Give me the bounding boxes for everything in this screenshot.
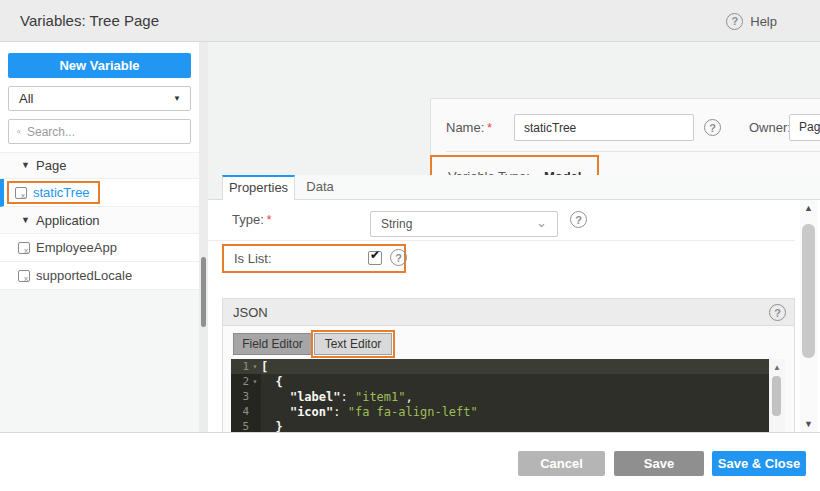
line-number: 1 [231,360,249,373]
json-title: JSON [233,299,268,326]
editor-mode-toggle: Field Editor Text Editor [233,330,395,358]
tree-item-label: staticTree [33,185,90,200]
save-button[interactable]: Save [614,451,704,476]
required-star: * [487,121,492,135]
code-area[interactable]: 1 ▾ [ 2 ▾ { 3 "label": "item1", 4 [231,359,769,432]
scroll-up-icon[interactable]: ▲ [769,363,785,372]
tree-group-label: Page [36,158,66,173]
form-divider [446,151,820,152]
code-text: "icon": "fa fa-align-left" [261,405,478,419]
scroll-up-icon[interactable]: ▲ [800,203,817,213]
tree-item-statictree[interactable]: x staticTree [0,179,199,207]
tab-properties[interactable]: Properties [222,175,295,200]
footer-bar: Cancel Save Save & Close [0,432,820,491]
text-editor-highlight-box: Text Editor [311,330,395,358]
line-number: 3 [231,390,249,403]
search-icon [17,126,21,138]
text-editor-button[interactable]: Text Editor [314,333,392,355]
required-star: * [267,200,272,240]
code-line: 3 "label": "item1", [231,389,769,404]
type-select[interactable]: String ⌄ [370,211,558,237]
owner-select[interactable]: Page ▼ [789,114,820,141]
name-owner-row: Name: * ? Owner: * Page ▼ ? [446,114,820,141]
caret-down-icon: ▼ [173,87,181,110]
content-scrollbar-thumb[interactable] [802,224,815,358]
line-number: 4 [231,405,249,418]
owner-label: Owner: [749,114,791,141]
line-number: 5 [231,420,249,432]
type-value: String [381,217,412,231]
model-variable-icon: x [18,270,30,282]
name-input[interactable] [514,114,694,141]
is-list-help-icon[interactable]: ? [390,249,407,266]
tab-strip-spacer [208,175,222,199]
triangle-down-icon: ▼ [21,161,30,170]
help-circle-icon: ? [726,13,743,30]
is-list-label: Is List: [234,246,272,271]
model-variable-icon: x [18,242,30,254]
new-variable-button[interactable]: New Variable [8,53,191,78]
model-variable-icon: x [15,187,27,199]
name-label: Name: [446,120,484,135]
page-title: Variables: Tree Page [20,0,159,42]
fold-icon[interactable]: ▾ [249,377,261,386]
content-scrollbar[interactable]: ▲ ▼ [800,200,817,432]
name-help-icon[interactable]: ? [704,119,721,136]
type-label: Type: [232,200,264,240]
json-code-editor[interactable]: 1 ▾ [ 2 ▾ { 3 "label": "item1", 4 [231,359,785,432]
sidebar-filler [0,290,199,432]
tree-item-label: supportedLocale [36,268,132,283]
tree-item-employeeapp[interactable]: x EmployeeApp [0,234,199,262]
search-box [8,119,191,144]
chevron-down-icon: ⌄ [536,212,547,234]
variables-sidebar: New Variable All ▼ ▼ Page x staticTree ▼… [0,42,199,432]
cancel-button[interactable]: Cancel [518,451,605,476]
is-list-highlight-box: Is List: ✔ ? [222,244,406,273]
triangle-down-icon: ▼ [21,216,30,225]
code-line: 2 ▾ { [231,374,769,389]
json-panel-header: JSON ? [223,299,794,326]
editor-scrollbar-thumb[interactable] [772,376,781,416]
sidebar-scrollbar-thumb[interactable] [201,257,206,327]
content-divider [208,240,795,241]
is-list-checkbox[interactable]: ✔ [368,251,382,265]
code-line: 5 } [231,419,769,432]
field-editor-button[interactable]: Field Editor [233,333,311,355]
line-number: 2 [231,375,249,388]
code-text: } [261,420,283,433]
type-help-icon[interactable]: ? [570,211,587,228]
filter-dropdown[interactable]: All ▼ [8,86,191,111]
code-text: "label": "item1", [261,390,413,404]
tree-item-label: EmployeeApp [36,240,117,255]
fold-icon[interactable]: ▾ [249,362,261,371]
code-line: 1 ▾ [ [231,359,769,374]
tree-item-supportedlocale[interactable]: x supportedLocale [0,262,199,290]
help-label: Help [750,14,777,29]
type-label-wrap: Type: * [232,200,271,240]
tab-strip: Properties Data [208,175,820,200]
json-help-icon[interactable]: ? [769,304,786,321]
tree-group-page[interactable]: ▼ Page [0,152,199,179]
selection-highlight-box: x staticTree [7,181,100,204]
code-text: [ [261,360,268,374]
json-panel: JSON ? Field Editor Text Editor 1 ▾ [ 2 … [222,298,795,432]
tree-group-application[interactable]: ▼ Application [0,207,199,234]
code-line: 4 "icon": "fa fa-align-left" [231,404,769,419]
dialog-header: Variables: Tree Page ? Help [0,0,820,42]
help-button[interactable]: ? Help [726,0,777,42]
tab-data[interactable]: Data [295,175,345,200]
filter-value: All [19,91,33,106]
main-top-section: Name: * ? Owner: * Page ▼ ? Variable Typ… [208,42,820,175]
sidebar-scrollbar[interactable] [199,42,208,432]
variables-tree: ▼ Page x staticTree ▼ Application x Empl… [0,152,199,290]
scroll-down-icon[interactable]: ▼ [800,419,817,429]
search-input[interactable] [27,125,182,139]
owner-value: Page [799,120,820,134]
properties-tab-content: Type: * String ⌄ ? Is List: ✔ ? JSON ? F… [208,200,820,432]
editor-scrollbar[interactable]: ▲ [769,359,785,432]
code-text: { [261,375,283,389]
tree-group-label: Application [36,213,100,228]
check-icon: ✔ [370,248,380,262]
save-and-close-button[interactable]: Save & Close [712,451,806,476]
